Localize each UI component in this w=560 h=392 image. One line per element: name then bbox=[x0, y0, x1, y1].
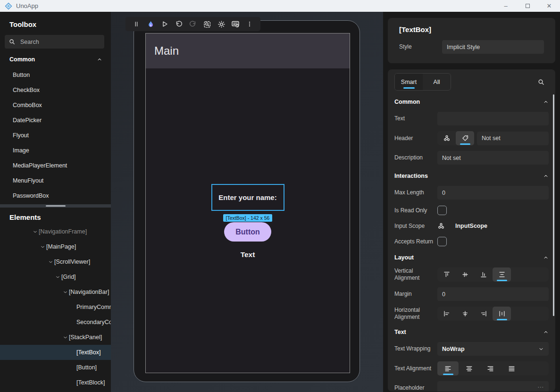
max-length-input[interactable]: 0 bbox=[437, 186, 549, 200]
segment-underline bbox=[443, 374, 453, 375]
form-check-icon[interactable] bbox=[228, 17, 242, 31]
chevron-down-icon[interactable] bbox=[47, 259, 54, 265]
chevron-down-icon[interactable] bbox=[61, 335, 69, 340]
header-label: Header bbox=[394, 135, 437, 142]
toolbox-item-passwordbox[interactable]: PasswordBox bbox=[0, 188, 111, 203]
is-read-only-checkbox[interactable] bbox=[437, 206, 447, 215]
theme-icon[interactable] bbox=[214, 17, 228, 31]
close-button[interactable]: ✕ bbox=[538, 0, 560, 12]
tree-item-navigationframe[interactable]: [NavigationFrame] bbox=[0, 224, 111, 239]
text-input[interactable] bbox=[437, 112, 549, 125]
tree-item-button[interactable]: [Button] bbox=[0, 360, 111, 375]
flame-icon[interactable] bbox=[143, 17, 158, 31]
tab-smart[interactable]: Smart bbox=[395, 74, 423, 90]
text-wrapping-dropdown[interactable]: NoWrap bbox=[437, 342, 549, 356]
halign-right-icon[interactable] bbox=[474, 307, 493, 321]
chevron-down-icon bbox=[538, 346, 544, 352]
tree-item-textblock[interactable]: [TextBlock] bbox=[0, 375, 111, 390]
valign-bottom-icon[interactable] bbox=[474, 267, 493, 282]
toolbox-item-combobox[interactable]: ComboBox bbox=[0, 98, 111, 113]
inspector-scrollbar[interactable] bbox=[553, 94, 554, 316]
tree-item-navigationbar[interactable]: [NavigationBar] bbox=[0, 284, 111, 300]
more-icon[interactable] bbox=[242, 17, 257, 31]
tree-item-stackpanel[interactable]: [StackPanel] bbox=[0, 330, 111, 345]
overflow-dots[interactable]: ⋯ bbox=[537, 383, 545, 391]
text-align-center-icon[interactable] bbox=[459, 361, 480, 375]
tag-icon[interactable] bbox=[456, 131, 474, 145]
segment-underline bbox=[460, 143, 470, 145]
tab-all[interactable]: All bbox=[423, 74, 451, 90]
text-align-justify-icon[interactable] bbox=[501, 361, 522, 375]
property-search-icon[interactable] bbox=[537, 78, 545, 86]
toolbox-item-image[interactable]: Image bbox=[0, 143, 111, 158]
inspect-icon[interactable] bbox=[200, 17, 214, 31]
chevron-up-icon bbox=[543, 173, 549, 179]
toolbox-item-flyout[interactable]: Flyout bbox=[0, 128, 111, 143]
toolbox-section-common[interactable]: Common bbox=[0, 51, 111, 67]
selection-size-badge: [TextBox] - 142 x 56 bbox=[223, 214, 273, 222]
properties-card: Smart All Common Text Header bbox=[388, 69, 555, 392]
halign-left-icon[interactable] bbox=[437, 307, 456, 321]
text-align-left-icon[interactable] bbox=[437, 361, 459, 375]
valign-top-icon[interactable] bbox=[437, 267, 456, 282]
tree-item-secondarycommands[interactable]: SecondaryCo bbox=[0, 315, 111, 330]
maximize-button[interactable] bbox=[517, 0, 538, 12]
tree-item-textbox[interactable]: [TextBox] bbox=[0, 345, 111, 360]
toolbox-item-menuflyout[interactable]: MenuFlyout bbox=[0, 173, 111, 188]
toolbox-item-button[interactable]: Button bbox=[0, 67, 111, 83]
selection-header-card: [TextBox] Style Implicit Style bbox=[388, 18, 555, 63]
elements-tree: [NavigationFrame] [MainPage] [ScrollView… bbox=[0, 224, 111, 390]
text-align-right-icon[interactable] bbox=[480, 361, 501, 375]
section-common[interactable]: Common bbox=[394, 98, 549, 106]
chevron-down-icon[interactable] bbox=[39, 244, 46, 250]
section-text[interactable]: Text bbox=[394, 328, 549, 336]
tree-item-scrollviewer[interactable]: [ScrollViewer] bbox=[0, 254, 111, 269]
splitter-handle bbox=[46, 205, 66, 207]
header-input[interactable]: Not set bbox=[477, 132, 549, 145]
toolbox-item-datepicker[interactable]: DatePicker bbox=[0, 113, 111, 128]
selected-element-title: [TextBox] bbox=[399, 25, 544, 33]
halign-stretch-icon[interactable] bbox=[493, 307, 511, 321]
chevron-down-icon[interactable] bbox=[54, 275, 61, 280]
undo-icon[interactable] bbox=[172, 17, 186, 31]
chevron-up-icon bbox=[543, 329, 549, 335]
tree-item-mainpage[interactable]: [MainPage] bbox=[0, 239, 111, 254]
property-tabs: Smart All bbox=[394, 73, 451, 91]
tree-item-grid[interactable]: [Grid] bbox=[0, 269, 111, 284]
device-screen: Main Enter your name: [TextBox] - 142 x … bbox=[145, 33, 350, 373]
design-canvas: Main Enter your name: [TextBox] - 142 x … bbox=[111, 12, 383, 392]
section-interactions[interactable]: Interactions bbox=[394, 172, 549, 180]
margin-input[interactable]: 0 bbox=[437, 287, 549, 301]
chevron-down-icon[interactable] bbox=[61, 290, 69, 295]
grip-icon[interactable] bbox=[129, 17, 143, 31]
toolbox-item-mediaplayerelement[interactable]: MediaPlayerElement bbox=[0, 158, 111, 173]
play-icon[interactable] bbox=[158, 17, 172, 31]
input-scope-label: Input Scope bbox=[394, 223, 437, 230]
toolbox-search[interactable] bbox=[5, 35, 104, 49]
page-title: Main bbox=[154, 44, 179, 58]
accepts-return-checkbox[interactable] bbox=[437, 237, 447, 246]
binding-icon[interactable] bbox=[437, 131, 456, 145]
redo-icon[interactable] bbox=[186, 17, 200, 31]
accepts-return-label: Accepts Return bbox=[394, 238, 437, 245]
toolbox-item-checkbox[interactable]: CheckBox bbox=[0, 83, 111, 98]
valign-stretch-icon[interactable] bbox=[493, 267, 511, 282]
tree-item-primarycommands[interactable]: PrimaryComm bbox=[0, 300, 111, 315]
canvas-button[interactable]: Button bbox=[224, 222, 271, 242]
placeholder-input[interactable] bbox=[437, 381, 549, 392]
canvas-toolbar bbox=[125, 17, 260, 31]
selected-textbox[interactable]: Enter your name: bbox=[211, 184, 284, 211]
sidebar-splitter[interactable] bbox=[0, 204, 111, 208]
style-label: Style bbox=[399, 43, 442, 50]
style-input[interactable]: Implicit Style bbox=[442, 40, 544, 54]
search-input[interactable] bbox=[20, 39, 91, 45]
valign-center-icon[interactable] bbox=[456, 267, 474, 282]
input-scope-value[interactable]: InputScope bbox=[455, 223, 487, 229]
max-length-label: Max Length bbox=[394, 189, 437, 196]
chevron-down-icon[interactable] bbox=[31, 229, 39, 234]
section-layout[interactable]: Layout bbox=[394, 253, 549, 262]
minimize-button[interactable]: – bbox=[495, 0, 517, 12]
halign-center-icon[interactable] bbox=[456, 307, 474, 321]
description-input[interactable]: Not set bbox=[437, 151, 549, 165]
binding-icon[interactable] bbox=[437, 222, 445, 230]
